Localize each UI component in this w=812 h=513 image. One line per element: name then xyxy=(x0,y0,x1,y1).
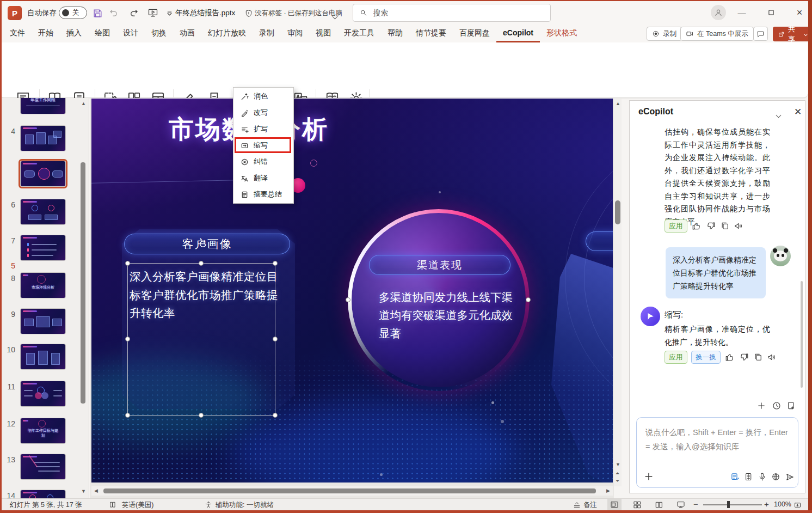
share-button[interactable]: 共享 xyxy=(773,27,812,41)
thumbnail-scrollbar-thumb[interactable] xyxy=(81,162,85,404)
start-slideshow-button[interactable] xyxy=(147,7,159,19)
tab-draw[interactable]: 绘图 xyxy=(88,26,116,42)
zoom-slider-track[interactable] xyxy=(703,504,762,505)
selection-handle-se[interactable] xyxy=(273,413,278,418)
fit-to-window-button[interactable] xyxy=(793,501,802,509)
slideshow-view-button[interactable] xyxy=(674,499,688,511)
send-icon[interactable] xyxy=(785,472,795,482)
slide-sorter-view-button[interactable] xyxy=(630,499,644,511)
reading-view-button[interactable] xyxy=(652,499,666,511)
search-box[interactable] xyxy=(353,4,551,22)
menu-item-summarize[interactable]: 摘要总结 xyxy=(233,186,293,203)
tab-ecopilot[interactable]: eCopilot xyxy=(496,26,540,42)
thumbnail-slide-14[interactable] xyxy=(21,490,65,498)
scroll-down-icon[interactable]: ▼ xyxy=(616,462,620,467)
previous-slide-button[interactable]: ⏶ xyxy=(616,471,618,476)
panel-collapse-icon[interactable] xyxy=(777,109,780,119)
tab-review[interactable]: 审阅 xyxy=(281,26,309,42)
thumbnail-slide-13[interactable] xyxy=(21,454,65,479)
panel-close-icon[interactable]: ✕ xyxy=(794,106,802,118)
panel-scrollbar-thumb[interactable] xyxy=(801,281,803,388)
selection-handle-e[interactable] xyxy=(273,337,278,341)
selection-handle-sw[interactable] xyxy=(125,413,130,418)
tab-file[interactable]: 文件 xyxy=(3,26,32,42)
apply-button-1[interactable]: 应用 xyxy=(665,219,687,233)
web-globe-icon[interactable] xyxy=(771,472,781,482)
read-aloud-icon[interactable] xyxy=(767,352,777,362)
scroll-down-icon[interactable]: ▼ xyxy=(81,489,86,494)
thumbs-up-icon[interactable] xyxy=(725,352,735,362)
present-in-teams-button[interactable]: 在 Teams 中展示 xyxy=(680,27,754,41)
slide-canvas[interactable]: 市场数据分析 客户画像 深入分析客户画像精准定位目标客户群优化市场推广策略 xyxy=(91,99,613,483)
rotate-handle[interactable] xyxy=(198,239,208,249)
thumbnail-scrollbar[interactable]: ▲ ▼ xyxy=(79,98,87,498)
selection-handle-s[interactable] xyxy=(199,413,204,418)
right-section-body[interactable]: 多渠道协同发力线上线下渠道均有突破渠道多元化成效显著 xyxy=(379,288,519,342)
record-button[interactable]: 录制 xyxy=(647,27,682,41)
document-status[interactable]: 没有标签 · 已保存到这台电脑 xyxy=(255,9,342,18)
minimize-button[interactable]: — xyxy=(733,4,751,21)
selection-handle-ne[interactable] xyxy=(273,261,278,266)
chat-input-box[interactable] xyxy=(636,417,798,488)
menu-item-polish[interactable]: 润色 xyxy=(233,88,293,105)
tab-developer[interactable]: 开发工具 xyxy=(337,26,381,42)
new-document-icon[interactable] xyxy=(786,401,796,411)
thumbnail-slide-3[interactable]: 年度工作回顾 xyxy=(21,98,65,114)
save-button[interactable] xyxy=(91,7,103,19)
tab-view[interactable]: 视图 xyxy=(309,26,337,42)
history-clock-icon[interactable] xyxy=(772,401,782,411)
thumbnail-slide-9[interactable] xyxy=(21,309,65,334)
search-input[interactable] xyxy=(372,8,544,17)
thumbnail-slide-12[interactable]: 明年工作目标与规划 xyxy=(21,418,65,443)
zoom-slider-thumb[interactable] xyxy=(727,501,730,508)
tab-design[interactable]: 设计 xyxy=(116,26,145,42)
chat-input[interactable] xyxy=(644,424,790,462)
scroll-right-icon[interactable]: ▶ xyxy=(606,488,610,493)
tab-home[interactable]: 开始 xyxy=(32,26,60,42)
apply-button-2[interactable]: 应用 xyxy=(665,351,687,364)
right-section-header[interactable]: 渠道表现 xyxy=(369,255,510,275)
accessibility-icon[interactable] xyxy=(205,501,212,509)
selection-handle-w[interactable] xyxy=(125,337,130,341)
scroll-up-icon[interactable]: ▲ xyxy=(616,101,620,106)
spellcheck-icon[interactable] xyxy=(109,501,116,509)
prompt-template-icon[interactable] xyxy=(730,472,740,482)
menu-item-expand[interactable]: 扩写 xyxy=(233,121,293,137)
user-avatar[interactable] xyxy=(711,5,726,20)
circle-handle-e[interactable] xyxy=(526,297,531,302)
zoom-out-button[interactable]: − xyxy=(693,499,698,509)
undo-button[interactable] xyxy=(108,7,120,19)
next-slide-button[interactable]: ⏷ xyxy=(616,479,619,484)
thumbs-down-icon[interactable] xyxy=(739,352,749,362)
notes-toggle[interactable]: 备注 xyxy=(583,500,597,510)
microphone-icon[interactable] xyxy=(758,472,767,482)
notes-document-icon[interactable] xyxy=(744,472,754,482)
horizontal-scrollbar-thumb[interactable] xyxy=(103,488,596,493)
notes-icon[interactable] xyxy=(573,501,581,510)
tab-record[interactable]: 录制 xyxy=(253,26,281,42)
selection-handle-n[interactable] xyxy=(199,261,204,266)
maximize-button[interactable] xyxy=(762,4,780,21)
zoom-in-button[interactable]: + xyxy=(764,499,769,509)
menu-item-correct[interactable]: 纠错 xyxy=(233,154,293,170)
normal-view-button[interactable] xyxy=(607,499,622,511)
slide-vertical-scrollbar[interactable]: ▲ ▼ ⏶ ⏷ xyxy=(614,99,622,486)
autosave-toggle[interactable]: 关 xyxy=(59,7,87,19)
vertical-scrollbar-thumb[interactable] xyxy=(615,200,620,224)
selection-handle-nw[interactable] xyxy=(125,261,130,266)
thumbnail-slide-6[interactable] xyxy=(21,199,65,224)
language-indicator[interactable]: 英语(美国) xyxy=(122,500,153,510)
tab-slideshow[interactable]: 幻灯片放映 xyxy=(201,26,253,42)
regenerate-button[interactable]: 换一换 xyxy=(691,351,721,364)
copy-icon[interactable] xyxy=(720,221,730,231)
close-window-button[interactable]: × xyxy=(790,4,809,21)
tab-shape-format[interactable]: 形状格式 xyxy=(540,26,583,42)
scroll-up-icon[interactable]: ▲ xyxy=(81,101,86,106)
redo-button[interactable] xyxy=(127,7,139,19)
menu-item-rewrite[interactable]: 改写 xyxy=(233,105,293,121)
comments-button[interactable] xyxy=(753,27,768,41)
accessibility-status[interactable]: 辅助功能: 一切就绪 xyxy=(216,500,274,510)
thumbnail-slide-10[interactable] xyxy=(21,344,65,369)
thumbnail-slide-7[interactable] xyxy=(21,235,65,260)
left-section-body[interactable]: 深入分析客户画像精准定位目标客户群优化市场推广策略提升转化率 xyxy=(130,267,280,322)
